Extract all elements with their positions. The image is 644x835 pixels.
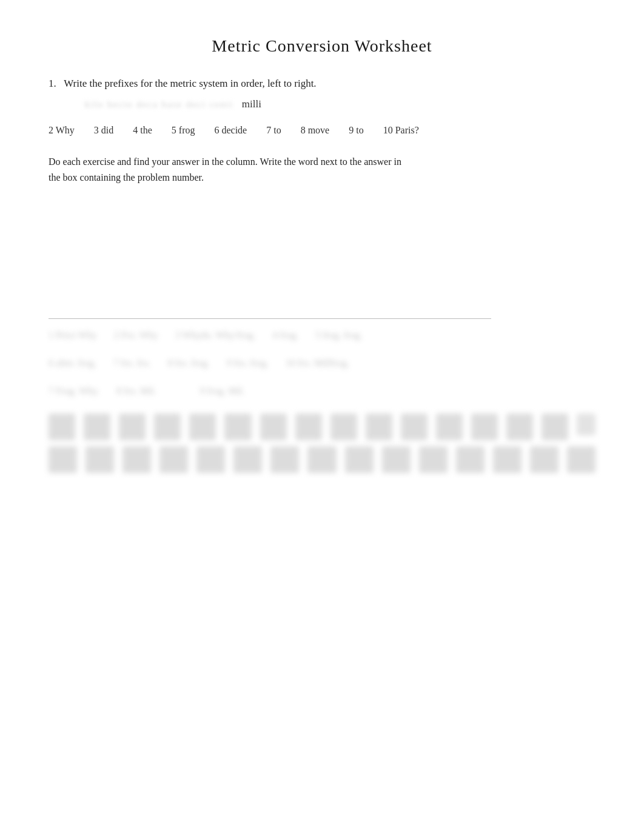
blurred-cell xyxy=(382,446,411,473)
section-divider xyxy=(49,318,491,319)
blurred-cell xyxy=(122,446,151,473)
blurred-cell xyxy=(159,446,188,473)
instructions: Do each exercise and find your answer in… xyxy=(49,154,412,185)
word-item-3: 3 did xyxy=(94,125,113,136)
blurred-cell xyxy=(86,446,114,473)
blurred-cell xyxy=(260,414,287,440)
blurred-table-row-2 xyxy=(49,446,595,473)
blurred-cell xyxy=(436,414,463,440)
word-item-2: 2 Why xyxy=(49,125,75,136)
blurred-cell xyxy=(471,414,498,440)
blurred-row-1: 1 Price Why 2 Fro. Why 3 Whydo. Why/frog… xyxy=(49,330,595,341)
blurred-cell xyxy=(366,414,392,440)
blurred-cell xyxy=(49,414,75,440)
blurred-cell xyxy=(154,414,181,440)
word-item-6: 6 decide xyxy=(214,125,247,136)
blurred-cell xyxy=(567,446,595,473)
blurred-cell xyxy=(307,446,336,473)
blurred-cell xyxy=(224,414,251,440)
blurred-cell xyxy=(330,414,357,440)
word-item-4: 4 the xyxy=(133,125,152,136)
blurred-item: 2 Fro. Why xyxy=(114,330,158,341)
blurred-item xyxy=(173,386,183,397)
blurred-item: 6 after. frog. xyxy=(49,358,96,369)
blurred-item: 3 Whydo. Why/frog. xyxy=(175,330,256,341)
blurred-cell xyxy=(270,446,299,473)
blurred-cell xyxy=(419,446,448,473)
blurred-item: 4 frog. xyxy=(272,330,298,341)
blurred-section: 1 Price Why 2 Fro. Why 3 Whydo. Why/frog… xyxy=(49,330,595,473)
milli-prefix: milli xyxy=(242,98,261,110)
blurred-cell xyxy=(49,446,77,473)
blurred-item: 5 frog. frog. xyxy=(315,330,362,341)
blurred-cell xyxy=(493,446,522,473)
blurred-cell xyxy=(84,414,110,440)
blurred-row-2: 6 after. frog. 7 fro. fro. 8 fro. frog. … xyxy=(49,358,595,369)
question-1-label: 1. xyxy=(49,78,56,89)
blurred-item: 9 frog. Mil. xyxy=(200,386,245,397)
blurred-cell xyxy=(295,414,322,440)
blurred-cell xyxy=(196,446,225,473)
blurred-table-row-1 xyxy=(49,414,595,440)
question-1-body: Write the prefixes for the metric system… xyxy=(64,78,316,89)
words-row: 2 Why 3 did 4 the 5 frog 6 decide 7 to 8… xyxy=(49,125,595,136)
word-item-10: 10 Paris? xyxy=(383,125,419,136)
blurred-prefixes: kilo hecto deca base deci centi xyxy=(85,99,233,110)
blurred-cell xyxy=(401,414,428,440)
question-1-text: 1. Write the prefixes for the metric sys… xyxy=(49,78,595,90)
blurred-cell xyxy=(233,446,262,473)
blurred-cell xyxy=(542,414,568,440)
blurred-cell-sm xyxy=(577,414,595,435)
question-1-section: 1. Write the prefixes for the metric sys… xyxy=(49,78,595,110)
word-item-7: 7 to xyxy=(266,125,281,136)
word-item-8: 8 move xyxy=(301,125,330,136)
blurred-cell xyxy=(530,446,558,473)
blurred-item: 8 fro. Mil. xyxy=(116,386,156,397)
blurred-item: 8 fro. frog. xyxy=(167,358,209,369)
page-title: Metric Conversion Worksheet xyxy=(49,36,595,56)
blurred-row-3: 7 Frog. Why. 8 fro. Mil. 9 frog. Mil. xyxy=(49,386,595,397)
blurred-item: 10 fro. Millfrog. xyxy=(286,358,349,369)
blurred-item: 1 Price Why xyxy=(49,330,97,341)
word-item-5: 5 frog xyxy=(172,125,195,136)
blurred-cell xyxy=(345,446,374,473)
blurred-cell xyxy=(189,414,216,440)
blurred-cell xyxy=(506,414,533,440)
blurred-item: 7 fro. fro. xyxy=(113,358,150,369)
blurred-cell xyxy=(119,414,146,440)
blurred-table xyxy=(49,414,595,473)
blurred-cell xyxy=(456,446,485,473)
word-item-9: 9 to xyxy=(349,125,363,136)
prefixes-row: kilo hecto deca base deci centi milli xyxy=(85,98,595,110)
blurred-item: 9 fro. frog. xyxy=(227,358,269,369)
blurred-item: 7 Frog. Why. xyxy=(49,386,99,397)
